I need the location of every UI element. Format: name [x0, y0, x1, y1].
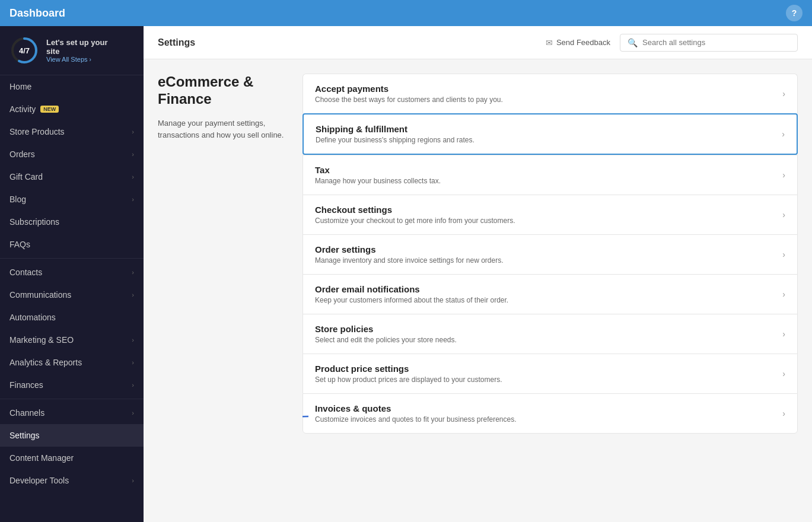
view-all-steps-link[interactable]: View All Steps ›	[46, 56, 108, 63]
settings-list: Accept paymentsChoose the best ways for …	[302, 74, 798, 508]
send-feedback-button[interactable]: ✉ Send Feedback	[546, 38, 610, 47]
sidebar-item-developer-tools[interactable]: Developer Tools›	[0, 469, 144, 492]
sidebar-item-faqs[interactable]: FAQs	[0, 233, 144, 256]
sidebar-item-label-orders: Orders	[9, 149, 35, 159]
sidebar-item-automations[interactable]: Automations	[0, 306, 144, 329]
setup-text: Let's set up yoursite View All Steps ›	[46, 38, 108, 63]
chevron-icon-finances: ›	[132, 381, 134, 389]
main-area: Settings ✉ Send Feedback 🔍 eCommerce & F…	[144, 26, 812, 522]
sidebar-item-label-faqs: FAQs	[9, 240, 30, 249]
sidebar-item-left-blog: Blog	[9, 195, 26, 204]
chevron-icon-contacts: ›	[132, 269, 134, 276]
sidebar-item-label-developer-tools: Developer Tools	[9, 476, 69, 485]
card-title-product-price-settings: Product price settings	[315, 364, 502, 374]
sidebar-item-left-communications: Communications	[9, 290, 71, 300]
sidebar-item-label-finances: Finances	[9, 380, 43, 390]
sidebar-item-left-developer-tools: Developer Tools	[9, 476, 69, 485]
sidebar-item-label-content-manager: Content Manager	[9, 453, 74, 463]
settings-card-accept-payments[interactable]: Accept paymentsChoose the best ways for …	[302, 74, 798, 113]
sidebar-item-subscriptions[interactable]: Subscriptions	[0, 211, 144, 233]
settings-card-invoices-quotes[interactable]: Invoices & quotesCustomize invoices and …	[302, 393, 798, 434]
card-desc-order-email-notifications: Keep your customers informed about the s…	[315, 296, 508, 304]
sidebar-item-store-products[interactable]: Store Products›	[0, 120, 144, 143]
header-right: ✉ Send Feedback 🔍	[546, 34, 798, 52]
chevron-icon-channels: ›	[132, 409, 134, 416]
sidebar-item-blog[interactable]: Blog›	[0, 188, 144, 211]
sidebar-item-left-automations: Automations	[9, 313, 56, 322]
settings-card-product-price-settings[interactable]: Product price settingsSet up how product…	[302, 354, 798, 393]
chevron-icon-orders: ›	[132, 151, 134, 158]
sidebar-item-settings[interactable]: Settings	[0, 424, 144, 447]
card-desc-tax: Manage how your business collects tax.	[315, 177, 441, 185]
sidebar-item-label-analytics-reports: Analytics & Reports	[9, 358, 82, 367]
card-chevron-order-email-notifications: ›	[782, 289, 785, 299]
sidebar-item-finances[interactable]: Finances›	[0, 374, 144, 396]
sidebar-item-contacts[interactable]: Contacts›	[0, 261, 144, 284]
chevron-icon-store-products: ›	[132, 128, 134, 135]
search-box: 🔍	[620, 34, 798, 52]
card-text-store-policies: Store policiesSelect and edit the polici…	[315, 324, 457, 344]
card-text-shipping-fulfillment: Shipping & fulfillmentDefine your busine…	[316, 124, 475, 144]
nav-items-container: HomeActivityNEWStore Products›Orders›Gif…	[0, 75, 144, 492]
sidebar-item-orders[interactable]: Orders›	[0, 143, 144, 165]
sidebar-item-left-faqs: FAQs	[9, 240, 30, 249]
chevron-icon-blog: ›	[132, 196, 134, 203]
setup-site-title: Let's set up yoursite	[46, 38, 108, 56]
settings-card-store-policies[interactable]: Store policiesSelect and edit the polici…	[302, 314, 798, 354]
sidebar-item-label-settings: Settings	[9, 431, 40, 440]
sidebar-item-left-contacts: Contacts	[9, 268, 42, 277]
card-title-order-email-notifications: Order email notifications	[315, 284, 508, 294]
sidebar-item-left-home: Home	[9, 82, 31, 91]
sidebar-item-label-store-products: Store Products	[9, 127, 65, 136]
sidebar-item-label-contacts: Contacts	[9, 268, 42, 277]
sidebar-item-left-channels: Channels	[9, 408, 44, 418]
sidebar-item-left-settings: Settings	[9, 431, 40, 440]
section-desc: Manage your payment settings, transactio…	[158, 117, 288, 142]
sidebar-item-label-automations: Automations	[9, 313, 56, 322]
settings-card-tax[interactable]: TaxManage how your business collects tax…	[302, 155, 798, 195]
sidebar: 4/7 Let's set up yoursite View All Steps…	[0, 26, 144, 522]
topbar-title: Dashboard	[9, 7, 65, 20]
sidebar-item-communications[interactable]: Communications›	[0, 284, 144, 306]
sidebar-item-content-manager[interactable]: Content Manager	[0, 447, 144, 469]
card-desc-product-price-settings: Set up how product prices are displayed …	[315, 375, 502, 384]
svg-text:4/7: 4/7	[19, 46, 30, 55]
card-text-invoices-quotes: Invoices & quotesCustomize invoices and …	[315, 403, 517, 424]
card-desc-shipping-fulfillment: Define your business's shipping regions …	[316, 136, 475, 144]
section-title: eCommerce & Finance	[158, 74, 288, 108]
chevron-icon-communications: ›	[132, 291, 134, 298]
card-desc-checkout-settings: Customize your checkout to get more info…	[315, 217, 515, 225]
help-button[interactable]: ?	[786, 5, 803, 21]
chevron-icon-analytics-reports: ›	[132, 359, 134, 366]
topbar: Dashboard ?	[0, 0, 812, 26]
sidebar-item-left-store-products: Store Products	[9, 127, 65, 136]
card-title-shipping-fulfillment: Shipping & fulfillment	[316, 124, 475, 134]
settings-card-checkout-settings[interactable]: Checkout settingsCustomize your checkout…	[302, 195, 798, 234]
settings-card-order-email-notifications[interactable]: Order email notificationsKeep your custo…	[302, 274, 798, 314]
sidebar-item-gift-card[interactable]: Gift Card›	[0, 165, 144, 188]
sidebar-item-analytics-reports[interactable]: Analytics & Reports›	[0, 351, 144, 374]
sidebar-item-marketing-seo[interactable]: Marketing & SEO›	[0, 329, 144, 351]
sidebar-item-label-marketing-seo: Marketing & SEO	[9, 335, 74, 345]
settings-card-shipping-fulfillment[interactable]: Shipping & fulfillmentDefine your busine…	[302, 113, 798, 155]
sidebar-item-activity[interactable]: ActivityNEW	[0, 98, 144, 120]
card-title-tax: Tax	[315, 165, 441, 175]
chevron-icon-gift-card: ›	[132, 173, 134, 180]
card-title-checkout-settings: Checkout settings	[315, 205, 515, 215]
card-text-accept-payments: Accept paymentsChoose the best ways for …	[315, 84, 503, 104]
card-desc-store-policies: Select and edit the policies your store …	[315, 336, 457, 344]
search-icon: 🔍	[628, 38, 638, 47]
sidebar-item-label-channels: Channels	[9, 408, 44, 418]
sidebar-item-left-finances: Finances	[9, 380, 43, 390]
sidebar-item-channels[interactable]: Channels›	[0, 402, 144, 424]
left-panel: eCommerce & Finance Manage your payment …	[158, 74, 288, 508]
setup-card: 4/7 Let's set up yoursite View All Steps…	[0, 26, 144, 75]
card-chevron-accept-payments: ›	[782, 89, 785, 98]
feedback-icon: ✉	[546, 38, 553, 47]
settings-card-order-settings[interactable]: Order settingsManage inventory and store…	[302, 234, 798, 274]
sidebar-item-home[interactable]: Home	[0, 75, 144, 98]
content-area: eCommerce & Finance Manage your payment …	[144, 59, 812, 522]
card-desc-accept-payments: Choose the best ways for customers and c…	[315, 96, 503, 104]
search-input[interactable]	[642, 38, 790, 47]
sidebar-item-label-activity: Activity	[9, 104, 36, 114]
